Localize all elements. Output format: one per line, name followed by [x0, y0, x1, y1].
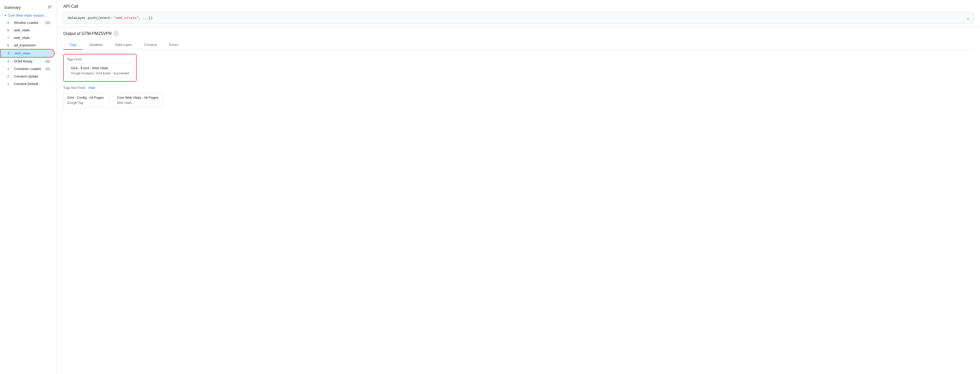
sidebar-group-header[interactable]: ▼ Core Web Vitals measurem... [0, 12, 57, 19]
not-fired-card-title-2: Core Web Vitals - All Pages [117, 95, 158, 100]
item-label-dom-ready: DOM Ready [14, 59, 43, 63]
sidebar-item-window-loaded[interactable]: 9 Window Loaded </> [0, 19, 55, 26]
item-num-9: 9 [7, 21, 12, 25]
tag-card-subtitle: Google Analytics: GA4 Event - Succeeded [71, 72, 129, 75]
not-fired-card-sub-1: Google Tag [67, 101, 106, 105]
code-content: dataLayer.push({event: "web_vitals", ...… [68, 16, 153, 20]
item-label-web-vitals-5: web_vitals [14, 51, 50, 55]
item-label-consent-update: Consent Update [14, 75, 51, 78]
item-label-web-vitals-8: web_vitals [14, 28, 51, 32]
sidebar-title: Summary [4, 5, 21, 10]
sidebar-item-web-vitals-8[interactable]: 8 web_vitals [0, 26, 55, 34]
item-label-container-loaded: Container Loaded [14, 67, 43, 71]
not-fired-card-core-web-vitals[interactable]: Core Web Vitals - All Pages Web Vitals [113, 93, 162, 108]
not-fired-card-sub-2: Web Vitals [117, 101, 158, 105]
tab-data-layer[interactable]: Data Layer [109, 40, 138, 50]
output-section: Output of GTM-PMZ5VPR ? Tags Variables D… [57, 27, 980, 112]
tab-tags[interactable]: Tags [63, 40, 83, 50]
hide-link[interactable]: Hide [88, 86, 95, 90]
tabs-row: Tags Variables Data Layer Consent Errors [63, 40, 974, 50]
code-icon-9: </> [45, 21, 51, 25]
tags-fired-label: Tags Fired [67, 57, 133, 61]
code-icon-3: </> [45, 67, 51, 71]
tags-fired-box: Tags Fired GA4 - Event - Web Vitals Goog… [63, 54, 137, 82]
code-icon-4: </> [45, 60, 51, 63]
code-value: "web_vitals" [114, 16, 138, 20]
not-fired-card-title-1: GA4 - Config - All Pages [67, 95, 106, 100]
item-num-2: 2 [7, 75, 12, 78]
code-suffix: , ...}) [138, 16, 153, 20]
filter-icon[interactable] [48, 5, 52, 10]
item-num-3: 3 [7, 67, 12, 71]
item-label-window-loaded: Window Loaded [14, 21, 43, 25]
not-fired-cards: GA4 - Config - All Pages Google Tag Core… [63, 93, 974, 108]
sidebar-group-label: Core Web Vitals measurem... [8, 13, 49, 18]
api-call-title: API Call [63, 4, 974, 9]
sidebar-item-web-vitals-7[interactable]: 7 web_vitals [0, 34, 55, 41]
main-content: API Call dataLayer.push({event: "web_vit… [57, 0, 980, 374]
item-label-web-vitals-7: web_vitals [14, 36, 51, 40]
tags-not-fired-row: Tags Not Fired Hide [63, 86, 974, 90]
item-num-4: 4 [7, 60, 12, 63]
sidebar-item-ad-impression[interactable]: 6 ad_impression [0, 41, 55, 49]
item-num-1: 1 [7, 82, 12, 86]
item-num-8: 8 [7, 29, 12, 32]
tag-card-ga4-event[interactable]: GA4 - Event - Web Vitals Google Analytic… [67, 63, 133, 78]
sidebar-item-container-loaded[interactable]: 3 Container Loaded </> [0, 65, 55, 73]
sidebar-item-consent-default[interactable]: 1 Consent Default [0, 80, 55, 88]
output-header: Output of GTM-PMZ5VPR ? [63, 31, 974, 36]
item-num-6: 6 [7, 43, 12, 47]
sidebar-item-consent-update[interactable]: 2 Consent Update [0, 73, 55, 80]
code-block: dataLayer.push({event: "web_vitals", ...… [63, 12, 974, 24]
item-num-5: 5 [8, 52, 13, 55]
sidebar-item-web-vitals-5[interactable]: 5 web_vitals [0, 49, 55, 57]
tag-card-title: GA4 - Event - Web Vitals [71, 66, 129, 70]
sidebar-header: Summary [0, 2, 57, 12]
not-fired-card-ga4-config[interactable]: GA4 - Config - All Pages Google Tag [63, 93, 110, 108]
output-title: Output of GTM-PMZ5VPR [63, 31, 112, 36]
tab-consent[interactable]: Consent [138, 40, 163, 50]
info-icon[interactable]: ? [114, 31, 118, 36]
sidebar: Summary ▼ Core Web Vitals measurem... 9 … [0, 0, 57, 374]
item-label-ad-impression: ad_impression [14, 43, 51, 47]
api-call-section: API Call dataLayer.push({event: "web_vit… [57, 0, 980, 27]
item-num-7: 7 [7, 36, 12, 40]
chevron-down-icon: ▼ [4, 14, 7, 17]
item-label-consent-default: Consent Default [14, 82, 51, 86]
tab-errors[interactable]: Errors [163, 40, 185, 50]
tab-variables[interactable]: Variables [83, 40, 109, 50]
code-prefix: dataLayer.push({event: [68, 16, 114, 20]
tags-not-fired-label: Tags Not Fired [63, 86, 85, 90]
sidebar-item-dom-ready[interactable]: 4 DOM Ready </> [0, 57, 55, 65]
expand-chevron-icon[interactable]: ⌄ [967, 15, 969, 21]
